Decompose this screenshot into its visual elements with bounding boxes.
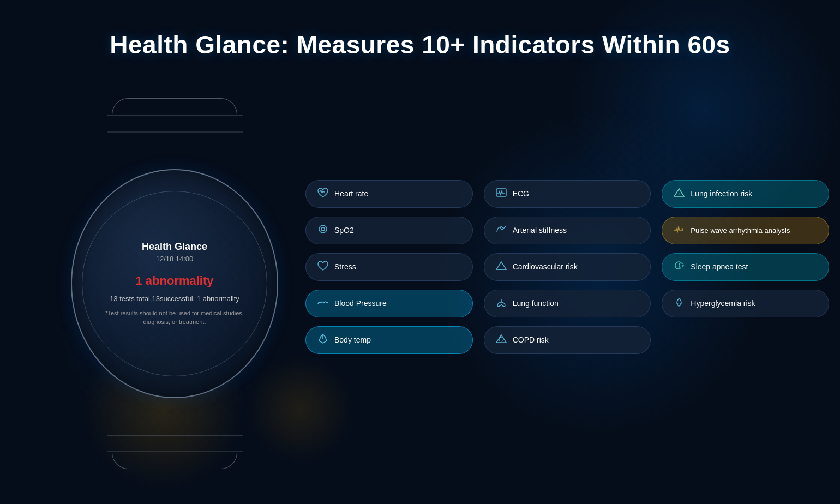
arterial-stiffness-icon bbox=[495, 224, 507, 237]
watch-band-top bbox=[112, 98, 237, 180]
pill-lung-infection-risk[interactable]: ! Lung infection risk bbox=[662, 180, 829, 208]
body-temp-icon bbox=[317, 333, 329, 347]
pill-lung-function[interactable]: Lung function bbox=[484, 290, 651, 317]
lung-infection-risk-label: Lung infection risk bbox=[691, 189, 752, 199]
svg-point-3 bbox=[321, 227, 325, 231]
ecg-label: ECG bbox=[513, 189, 529, 199]
watch-body: Health Glance 12/18 14:00 1 abnormality … bbox=[71, 169, 278, 398]
spo2-icon bbox=[317, 224, 329, 237]
svg-point-4 bbox=[499, 337, 503, 341]
watch-abnormality: 1 abnormality bbox=[135, 274, 213, 288]
stress-icon bbox=[317, 260, 329, 274]
pulse-wave-label: Pulse wave arrhythmia analysis bbox=[691, 226, 790, 235]
watch-details: 13 tests total,13successful, 1 abnormali… bbox=[110, 293, 239, 304]
hyperglycemia-risk-label: Hyperglycemia risk bbox=[691, 298, 755, 308]
copd-risk-label: COPD risk bbox=[513, 335, 549, 345]
blood-pressure-icon bbox=[317, 297, 329, 310]
pill-ecg[interactable]: ECG bbox=[484, 180, 651, 208]
cardiovascular-risk-icon bbox=[495, 260, 507, 274]
pill-sleep-apnea[interactable]: Sleep apnea test bbox=[662, 253, 829, 281]
lung-infection-risk-icon: ! bbox=[673, 187, 685, 201]
pulse-wave-icon bbox=[673, 224, 685, 237]
watch-band-bottom bbox=[112, 387, 237, 469]
heart-rate-icon bbox=[317, 187, 329, 201]
lung-function-icon bbox=[495, 297, 507, 310]
pill-pulse-wave[interactable]: Pulse wave arrhythmia analysis bbox=[662, 217, 829, 244]
watch-inner: Health Glance 12/18 14:00 1 abnormality … bbox=[82, 191, 267, 376]
cardiovascular-risk-label: Cardiovascular risk bbox=[513, 262, 578, 272]
pill-copd-risk[interactable]: COPD risk bbox=[484, 326, 651, 354]
indicators-area: Heart rate ECG ! Lung infection risk bbox=[305, 180, 829, 354]
sleep-apnea-icon bbox=[673, 260, 685, 274]
pill-body-temp[interactable]: Body temp bbox=[305, 326, 473, 354]
pill-blood-pressure[interactable]: Blood Pressure bbox=[305, 290, 473, 317]
pill-stress[interactable]: Stress bbox=[305, 253, 473, 281]
pill-heart-rate[interactable]: Heart rate bbox=[305, 180, 473, 208]
pill-hyperglycemia-risk[interactable]: Hyperglycemia risk bbox=[662, 290, 829, 317]
ecg-icon bbox=[495, 187, 507, 201]
watch-datetime: 12/18 14:00 bbox=[156, 255, 194, 263]
svg-point-2 bbox=[319, 225, 327, 233]
stress-label: Stress bbox=[334, 262, 356, 272]
pill-spo2[interactable]: SpO2 bbox=[305, 217, 473, 244]
body-temp-label: Body temp bbox=[334, 335, 371, 345]
watch-title: Health Glance bbox=[142, 241, 207, 253]
sleep-apnea-label: Sleep apnea test bbox=[691, 262, 748, 272]
arterial-stiffness-label: Arterial stiffness bbox=[513, 225, 567, 235]
hyperglycemia-risk-icon bbox=[673, 297, 685, 310]
svg-text:!: ! bbox=[679, 192, 680, 196]
spo2-label: SpO2 bbox=[334, 225, 354, 235]
page-title: Health Glance: Measures 10+ Indicators W… bbox=[0, 30, 840, 59]
watch-disclaimer: *Test results should not be used for med… bbox=[93, 309, 256, 326]
watch-container: Health Glance 12/18 14:00 1 abnormality … bbox=[60, 98, 289, 469]
pill-cardiovascular-risk[interactable]: Cardiovascular risk bbox=[484, 253, 651, 281]
heart-rate-label: Heart rate bbox=[334, 189, 368, 199]
copd-risk-icon bbox=[495, 333, 507, 347]
lung-function-label: Lung function bbox=[513, 298, 559, 308]
pill-arterial-stiffness[interactable]: Arterial stiffness bbox=[484, 217, 651, 244]
blood-pressure-label: Blood Pressure bbox=[334, 298, 387, 308]
